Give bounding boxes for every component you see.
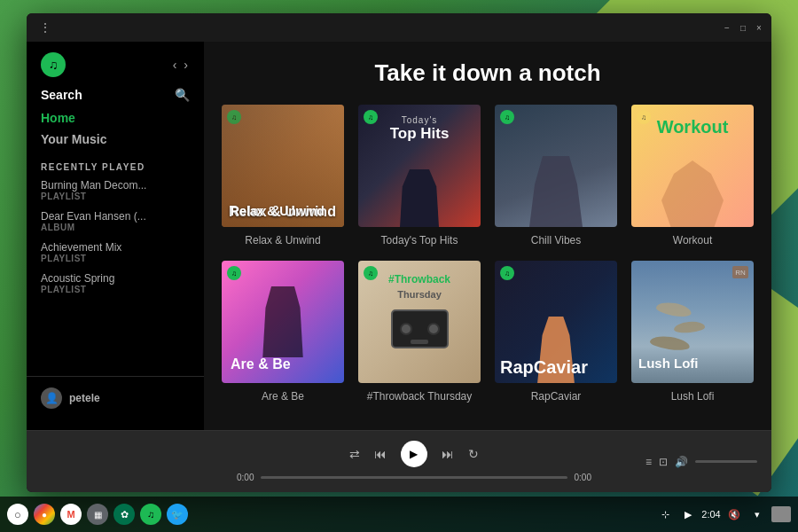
network-icon[interactable]: ▾ — [748, 505, 766, 523]
battery-icon[interactable]: ▶ — [679, 505, 697, 523]
main-content: Take it down a notch ♫ Relax & Unwind Re… — [204, 42, 771, 430]
rp-item-subtitle: ALBUM — [41, 223, 190, 232]
title-menu-dots[interactable]: ⋮ — [39, 20, 51, 35]
card-label: Lush Lofi — [631, 390, 754, 403]
close-button[interactable]: × — [754, 22, 764, 33]
chrome-icon[interactable]: ● — [34, 504, 55, 525]
rp-item-title: Achievement Mix — [41, 241, 190, 254]
launcher-icon[interactable]: ○ — [7, 504, 28, 525]
search-icon[interactable]: 🔍 — [175, 88, 190, 102]
gmail-icon[interactable]: M — [60, 504, 82, 525]
card-label: Today's Top Hits — [358, 234, 481, 246]
rapcaviar-text: RapCaviar — [500, 358, 612, 376]
playlist-card-relax[interactable]: ♫ Relax & Unwind Relax & Unwind — [222, 105, 344, 246]
queue-icon[interactable]: ≡ — [645, 456, 652, 468]
list-item[interactable]: Acoustic Spring PLAYLIST — [41, 272, 190, 294]
list-item[interactable]: Achievement Mix PLAYLIST — [41, 241, 190, 263]
play-button[interactable]: ▶ — [401, 441, 427, 467]
title-bar: ⋮ − □ × — [27, 13, 771, 42]
cover-title-text: Relax & Unwind — [222, 197, 343, 227]
areandbe-title-text: Are & Be — [231, 356, 291, 372]
list-item[interactable]: Dear Evan Hansen (... ALBUM — [41, 210, 190, 232]
wifi-icon[interactable]: ⊹ — [656, 505, 674, 523]
volume-slider[interactable] — [695, 460, 757, 463]
mute-icon[interactable]: 🔇 — [725, 505, 743, 523]
window-controls: − □ × — [722, 22, 764, 33]
lushlofi-badge: RN — [732, 266, 748, 278]
card-label: #Throwback Thursday — [358, 390, 481, 403]
tth-sublabel: Today's — [358, 115, 481, 125]
cover-workout: ♫ Workout — [631, 105, 754, 227]
sidebar-header: ♫ ‹ › — [27, 52, 204, 88]
cover-areandbe: ♫ Are & Be — [222, 261, 344, 383]
main-heading: Take it down a notch — [222, 59, 754, 87]
playlist-card-throwback[interactable]: ♫ #Throwback Thursday #Throwback Thursda… — [358, 261, 481, 403]
player-right: ≡ ⊡ 🔊 — [645, 456, 757, 468]
recently-played-list: Burning Man Decom... PLAYLIST Dear Evan … — [27, 179, 204, 303]
playlist-card-rapcaviar[interactable]: ♫ RapCaviar RapCaviar — [495, 261, 617, 403]
playback-buttons: ⇄ ⏮ ▶ ⏭ ↻ — [349, 441, 479, 467]
rp-item-title: Dear Evan Hansen (... — [41, 210, 190, 223]
user-avatar: 👤 — [41, 387, 62, 409]
username-label: petele — [69, 392, 100, 404]
shuffle-button[interactable]: ⇄ — [349, 447, 360, 461]
starbucks-icon[interactable]: ✿ — [113, 504, 135, 525]
cover-throwback: ♫ #Throwback Thursday — [358, 261, 481, 383]
time-start: 0:00 — [237, 473, 254, 482]
sidebar-nav: Home Your Music — [27, 107, 204, 150]
cover-relax: ♫ Relax & Unwind — [222, 105, 344, 227]
playlist-grid-row1: ♫ Relax & Unwind Relax & Unwind ♫ Today'… — [222, 105, 754, 246]
player-controls: ⇄ ⏮ ▶ ⏭ ↻ 0:00 0:00 — [183, 441, 645, 482]
spotify-dot-icon: ♫ — [500, 266, 514, 280]
spotify-dot-icon: ♫ — [227, 266, 241, 280]
tth-title: Top Hits — [358, 125, 481, 143]
cover-chillvibes: ♫ — [495, 105, 617, 227]
taskbar: ○ ● M ▦ ✿ ♫ 🐦 ⊹ ▶ 2:04 🔇 ▾ — [0, 497, 798, 532]
card-label: Chill Vibes — [495, 234, 617, 246]
spotify-taskbar-icon[interactable]: ♫ — [140, 504, 161, 525]
sidebar-item-home[interactable]: Home — [41, 107, 190, 129]
rp-item-subtitle: PLAYLIST — [41, 285, 190, 294]
progress-bar-container: 0:00 0:00 — [237, 473, 591, 482]
sidebar-item-your-music[interactable]: Your Music — [41, 129, 190, 150]
list-item[interactable]: Burning Man Decom... PLAYLIST — [41, 179, 190, 201]
time-end: 0:00 — [575, 473, 591, 482]
player-bar: ⇄ ⏮ ▶ ⏭ ↻ 0:00 0:00 ≡ ⊡ 🔊 — [27, 430, 771, 492]
playlist-card-workout[interactable]: ♫ Workout Workout — [631, 105, 754, 246]
card-label: Workout — [631, 234, 754, 246]
next-button[interactable]: ⏭ — [442, 447, 454, 461]
throwback-day: Thursday — [358, 289, 481, 300]
search-label: Search — [41, 88, 82, 102]
cover-rapcaviar: ♫ RapCaviar — [495, 261, 617, 383]
files-icon[interactable]: ▦ — [87, 504, 108, 525]
devices-icon[interactable]: ⊡ — [659, 456, 668, 468]
repeat-button[interactable]: ↻ — [468, 447, 479, 461]
app-body: ♫ ‹ › Search 🔍 Home Your Music Recently … — [27, 42, 771, 430]
cover-tophits: ♫ Today's Top Hits — [358, 105, 481, 227]
rp-item-title: Acoustic Spring — [41, 272, 190, 285]
previous-button[interactable]: ⏮ — [374, 447, 387, 461]
twitter-icon[interactable]: 🐦 — [167, 504, 188, 525]
throwback-label: #Throwback — [358, 273, 481, 286]
forward-button[interactable]: › — [182, 56, 190, 74]
playlist-card-tophits[interactable]: ♫ Today's Top Hits Today's Top Hits — [358, 105, 481, 246]
user-photo[interactable] — [771, 506, 791, 522]
playlist-card-chillvibes[interactable]: ♫ Chill Vibes — [495, 105, 617, 246]
back-button[interactable]: ‹ — [171, 56, 179, 74]
taskbar-left: ○ ● M ▦ ✿ ♫ 🐦 — [7, 504, 188, 525]
sidebar: ♫ ‹ › Search 🔍 Home Your Music Recently … — [27, 42, 204, 430]
rp-item-subtitle: PLAYLIST — [41, 254, 190, 263]
card-label: RapCaviar — [495, 390, 617, 403]
recently-played-label: Recently Played — [27, 150, 204, 179]
sidebar-bottom: 👤 petele — [27, 376, 204, 419]
spotify-logo: ♫ — [41, 52, 66, 77]
progress-track[interactable] — [261, 476, 567, 479]
rp-item-title: Burning Man Decom... — [41, 179, 190, 192]
card-label: Relax & Unwind — [222, 234, 344, 246]
playlist-card-lushlofi[interactable]: RN Lush Lofi Lush Lofi — [631, 261, 754, 403]
minimize-button[interactable]: − — [722, 22, 732, 33]
rp-item-subtitle: PLAYLIST — [41, 192, 190, 201]
playlist-card-areandbe[interactable]: ♫ Are & Be Are & Be — [222, 261, 344, 403]
search-row: Search 🔍 — [27, 88, 204, 107]
maximize-button[interactable]: □ — [738, 22, 748, 33]
